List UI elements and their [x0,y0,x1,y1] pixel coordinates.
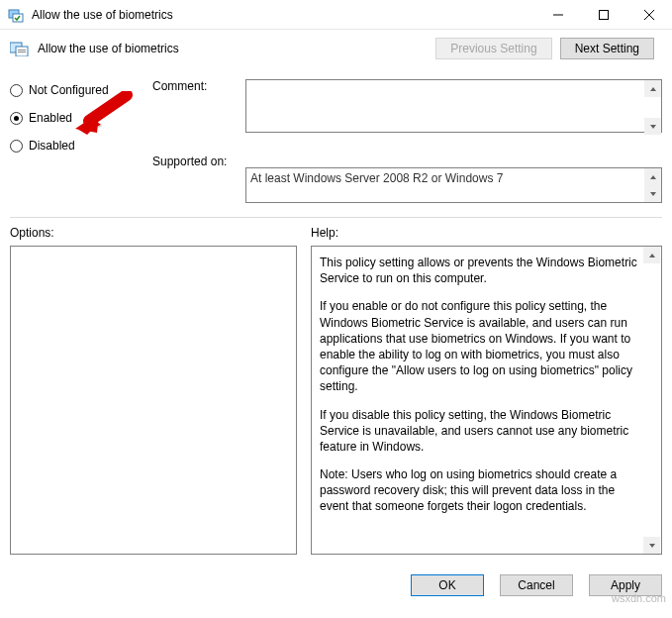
comment-field-wrap [245,79,662,136]
ok-button[interactable]: OK [411,574,484,596]
minimize-button[interactable] [535,0,581,30]
help-label: Help: [311,226,662,240]
watermark: wsxdn.com [612,592,666,604]
help-text: If you disable this policy setting, the … [320,407,639,456]
title-bar: Allow the use of biometrics [0,0,672,30]
window-title: Allow the use of biometrics [32,8,535,22]
radio-icon [10,84,23,97]
supported-field-wrap: At least Windows Server 2008 R2 or Windo… [245,167,662,203]
radio-icon [10,112,23,125]
scroll-down-icon[interactable] [644,118,661,135]
app-icon [8,7,24,23]
svg-rect-9 [18,52,26,52]
help-text: If you enable or do not configure this p… [320,298,639,394]
header-row: Allow the use of biometrics Previous Set… [10,38,662,59]
radio-disabled[interactable]: Disabled [10,139,139,153]
radio-icon [10,140,23,153]
cancel-button[interactable]: Cancel [500,574,573,596]
radio-enabled[interactable]: Enabled [10,111,139,125]
divider [10,217,662,218]
comment-label: Comment: [152,79,232,93]
scroll-up-icon[interactable] [644,80,661,97]
config-area: Not Configured Enabled Disabled Comment:… [10,79,662,203]
scroll-up-icon[interactable] [644,168,661,185]
scroll-down-icon[interactable] [644,185,661,202]
next-setting-button[interactable]: Next Setting [560,38,654,59]
scroll-up-icon[interactable] [643,247,660,263]
lower-panes: Options: Help: This policy setting allow… [10,226,662,555]
setting-name: Allow the use of biometrics [38,42,428,55]
radio-label: Enabled [29,111,72,125]
svg-rect-8 [18,50,26,51]
maximize-button[interactable] [581,0,626,30]
radio-label: Not Configured [29,83,109,97]
options-pane [10,246,297,555]
supported-label: Supported on: [152,154,232,168]
radio-label: Disabled [29,139,75,153]
help-pane: This policy setting allows or prevents t… [311,246,662,555]
scroll-down-icon[interactable] [643,537,660,554]
help-text: This policy setting allows or prevents t… [320,255,639,286]
radio-not-configured[interactable]: Not Configured [10,83,139,97]
help-text: Note: Users who log on using biometrics … [320,466,639,515]
close-button[interactable] [626,0,672,30]
svg-rect-3 [600,10,609,19]
footer: OK Cancel Apply [0,563,672,608]
setting-icon [10,41,30,56]
options-label: Options: [10,226,297,240]
previous-setting-button: Previous Setting [435,38,551,59]
supported-field: At least Windows Server 2008 R2 or Windo… [245,167,662,203]
comment-field[interactable] [245,79,662,133]
